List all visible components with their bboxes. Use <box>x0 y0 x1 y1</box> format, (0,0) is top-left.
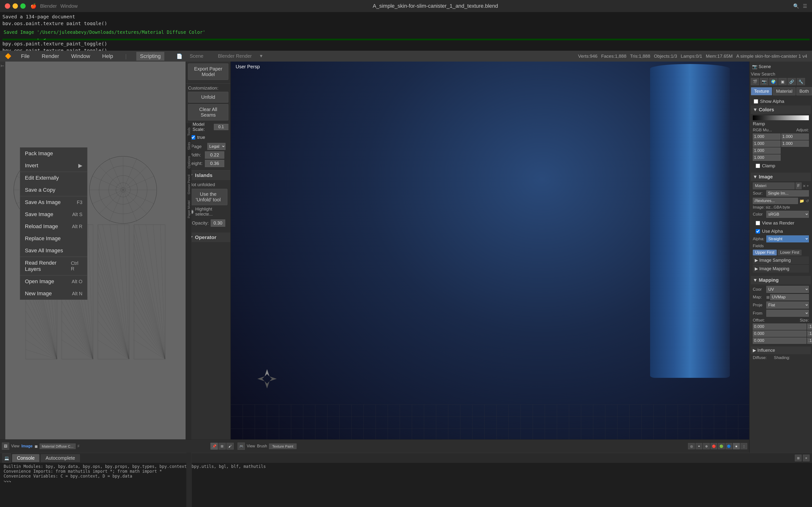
viewport-icon-4[interactable]: 🔴 <box>711 443 717 449</box>
editor-type-icon[interactable]: 🖼 <box>2 443 9 450</box>
console-input[interactable] <box>13 479 808 482</box>
clear-all-seams-button[interactable]: Clear All Seams <box>188 104 229 120</box>
material-tab[interactable]: Material <box>773 87 796 95</box>
ctx-save-copy[interactable]: Save a Copy <box>20 184 87 196</box>
object-icon-btn[interactable]: ▣ <box>778 78 786 85</box>
paint-icon[interactable]: 🖌 <box>226 443 234 450</box>
adjust-1-input[interactable] <box>781 133 809 140</box>
coor-dropdown[interactable]: UV <box>766 286 809 293</box>
console-nav-2[interactable]: ≡ <box>803 455 810 461</box>
viewport-icon-6[interactable]: 🔵 <box>725 443 732 449</box>
close-button[interactable] <box>5 3 10 9</box>
operator-header[interactable]: ▼ Operator <box>186 232 230 242</box>
viewport-icon-8[interactable]: ⋮ <box>741 443 747 449</box>
upper-first-button[interactable]: Upper First <box>753 249 777 256</box>
offset-y-input[interactable] <box>753 331 806 337</box>
view-as-render-checkbox[interactable] <box>756 221 760 225</box>
ctx-open-image[interactable]: Open Image Alt O <box>20 276 87 288</box>
offset-x-input[interactable] <box>753 324 806 330</box>
ctx-save-image[interactable]: Save Image Alt S <box>20 208 87 220</box>
size-z-input[interactable] <box>807 338 812 344</box>
pin-icon[interactable]: 📌 <box>210 443 218 450</box>
menu-render[interactable]: Render <box>39 52 61 61</box>
clamp-checkbox[interactable] <box>756 164 760 168</box>
image-plus-btn[interactable]: + <box>807 184 809 188</box>
side-tab-options[interactable]: Options <box>186 154 191 171</box>
image-mapping-header[interactable]: ▶ Image Mapping <box>753 265 809 273</box>
ctx-pack-image[interactable]: Pack Image <box>20 148 87 160</box>
menu-scripting[interactable]: Scripting <box>136 52 164 61</box>
console-nav-1[interactable]: ⊞ <box>795 455 802 461</box>
side-tab-tools[interactable]: Tools <box>186 125 191 138</box>
viewport-icon-3[interactable]: ⊕ <box>703 443 710 449</box>
ctx-new-image[interactable]: New Image Alt N <box>20 288 87 300</box>
autocomplete-tab[interactable]: Autocomplete <box>41 454 80 462</box>
use-unfold-button[interactable]: Use the 'Unfold' tool <box>189 189 227 205</box>
size-x-input[interactable] <box>807 324 812 330</box>
size-y-input[interactable] <box>807 331 812 337</box>
brush-label[interactable]: Brush <box>257 444 267 448</box>
export-paper-model-button[interactable]: Export Paper Model <box>188 63 229 80</box>
adjust-2-input[interactable] <box>781 140 809 147</box>
height-input[interactable] <box>205 160 224 167</box>
grid-icon[interactable]: ⊞ <box>218 443 226 450</box>
color-dropdown[interactable]: sRGB <box>766 211 809 218</box>
both-tab[interactable]: Both <box>796 87 812 95</box>
console-editor-icon[interactable]: 💻 <box>2 453 11 463</box>
rgb-r-input[interactable] <box>753 133 780 140</box>
ctx-read-render-layers[interactable]: Read Render Layers Ctrl R <box>20 257 87 275</box>
opacity-input[interactable] <box>211 219 225 227</box>
unfold-button[interactable]: Unfold <box>188 92 229 103</box>
viewport-type-icon[interactable]: 🎮 <box>238 443 245 450</box>
ctx-save-as-image[interactable]: Save As Image F3 <box>20 196 87 208</box>
viewport-icon-5[interactable]: 🟢 <box>718 443 725 449</box>
width-input[interactable] <box>205 151 224 159</box>
model-scale-input[interactable] <box>214 124 229 130</box>
search-label[interactable]: Search <box>761 72 775 77</box>
minimize-button[interactable] <box>12 3 18 9</box>
colors-header[interactable]: ▼ Colors <box>751 106 811 114</box>
side-tab-slots[interactable]: Slots <box>186 139 191 152</box>
source-dropdown[interactable]: Single Im... <box>766 190 809 196</box>
show-alpha-checkbox[interactable] <box>754 99 758 104</box>
ctx-reload-image[interactable]: Reload Image Alt R <box>20 220 87 232</box>
image-x-btn[interactable]: ✕ <box>803 184 806 188</box>
ctx-edit-externally[interactable]: Edit Externally <box>20 172 87 184</box>
viewport-icon-1[interactable]: ◎ <box>688 443 695 449</box>
lower-first-button[interactable]: Lower First <box>778 249 802 256</box>
ctx-invert[interactable]: Invert ▶ <box>20 160 87 172</box>
viewport-icon-7[interactable]: ■ <box>733 443 740 449</box>
side-tab-paper-model[interactable]: Paper Model <box>187 198 191 221</box>
console-tab[interactable]: Console <box>12 454 39 462</box>
material-diffuse-label[interactable]: Material Diffuse C... <box>40 444 75 449</box>
view-label[interactable]: View <box>751 72 760 77</box>
texture-tab[interactable]: Texture <box>751 87 772 95</box>
path-reload-btn[interactable]: ↺ <box>806 199 809 203</box>
rgb-b-input[interactable] <box>753 148 780 154</box>
image-f-btn[interactable]: F <box>796 182 801 189</box>
tab-tools[interactable]: T <box>0 63 5 69</box>
viewport-icon-2[interactable]: ✦ <box>696 443 702 449</box>
modifier-icon-btn[interactable]: 🔧 <box>797 78 805 85</box>
rgb-a-input[interactable] <box>753 155 780 161</box>
side-tab-grease-pencil[interactable]: Grease Pencil <box>187 172 191 197</box>
image-header[interactable]: ▼ Image <box>751 173 811 181</box>
influence-header[interactable]: ▶ Influence <box>751 346 811 354</box>
path-field[interactable]: //textures... <box>753 198 798 204</box>
image-label-bottom[interactable]: Image <box>21 444 33 448</box>
texture-paint-label[interactable]: Texture Paint <box>269 444 297 449</box>
image-name-field[interactable]: Materi <box>753 182 795 189</box>
page-dropdown[interactable]: Legal <box>207 143 225 150</box>
use-alpha-checkbox[interactable] <box>756 229 760 233</box>
menu-window[interactable]: Window <box>69 52 93 61</box>
islands-header[interactable]: ▼ Islands <box>186 170 230 180</box>
image-sampling-header[interactable]: ▶ Image Sampling <box>753 257 809 264</box>
menu-file[interactable]: File <box>18 52 32 61</box>
from-dropdown[interactable] <box>766 310 809 317</box>
offset-z-input[interactable] <box>753 338 806 344</box>
rgb-g-input[interactable] <box>753 140 780 147</box>
mapping-header[interactable]: ▼ Mapping <box>751 276 811 284</box>
proje-dropdown[interactable]: Flat <box>766 301 809 308</box>
path-browse-btn[interactable]: 📁 <box>800 199 804 203</box>
constraint-icon-btn[interactable]: 🔗 <box>788 78 796 85</box>
